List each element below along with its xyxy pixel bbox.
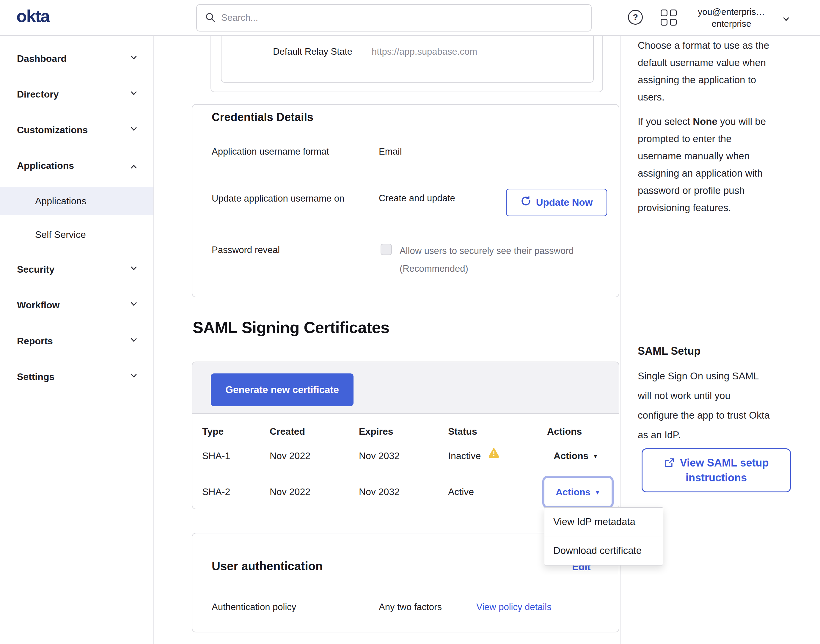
sidebar-item-reports[interactable]: Reports	[0, 327, 153, 355]
username-format-label: Application username format	[212, 145, 366, 158]
sso-settings-card: Default Relay State https://app.supabase…	[210, 35, 603, 92]
relay-state-label: Default Relay State	[222, 45, 353, 58]
help-text-bold: None	[693, 116, 717, 127]
sidebar-item-directory[interactable]: Directory	[0, 80, 153, 109]
search-icon	[205, 12, 216, 24]
actions-label: Actions	[556, 487, 590, 497]
chevron-down-icon	[129, 371, 138, 383]
help-text-part: If you select	[638, 116, 693, 127]
cert-expires: Nov 2032	[359, 449, 400, 462]
password-reveal-help: Allow users to securely see their passwo…	[400, 242, 574, 278]
search-input[interactable]	[221, 12, 583, 23]
top-header: okta ? you@enterpris… enterprise	[0, 0, 820, 36]
relay-state-value: https://app.supabase.com	[372, 45, 477, 58]
external-link-icon	[664, 457, 675, 468]
actions-dropdown-button[interactable]: Actions▼	[553, 449, 598, 464]
saml-setup-text: Single Sign On using SAML will not work …	[638, 366, 813, 445]
cert-expires: Nov 2032	[359, 485, 400, 498]
grid-square	[661, 19, 667, 26]
global-search[interactable]	[196, 4, 592, 32]
sidebar-subitem-self-service[interactable]: Self Service	[0, 220, 153, 249]
chevron-down-icon	[129, 299, 138, 311]
okta-admin-console: okta ? you@enterpris… enterprise D	[0, 0, 820, 644]
actions-menu: View IdP metadata Download certificate	[544, 507, 663, 566]
sidebar-subitem-label: Self Service	[35, 229, 86, 240]
update-username-label: Update application username on	[212, 190, 348, 207]
okta-logo: okta	[16, 6, 49, 26]
view-saml-setup-button[interactable]: View SAML setup instructions	[642, 448, 791, 492]
credentials-details-card: Credentials Details Application username…	[192, 104, 619, 297]
sidebar-item-security[interactable]: Security	[0, 255, 153, 284]
sidebar-subitem-applications[interactable]: Applications	[0, 187, 153, 215]
sidebar-item-label: Settings	[17, 371, 54, 382]
username-help-text: Choose a format to use as the default us…	[638, 37, 813, 106]
cert-type: SHA-1	[202, 449, 230, 462]
sidebar-item-label: Directory	[17, 89, 59, 100]
sidebar-item-label: Customizations	[17, 124, 88, 136]
username-help-text-2: If you select None you will be prompted …	[638, 113, 813, 216]
sidebar-item-label: Workflow	[17, 300, 60, 311]
auth-policy-value: Any two factors	[379, 601, 442, 614]
saml-setup-title: SAML Setup	[638, 345, 700, 357]
sidebar-item-applications[interactable]: Applications	[0, 151, 153, 180]
warning-icon	[489, 448, 499, 459]
sidebar-item-dashboard[interactable]: Dashboard	[0, 44, 153, 73]
col-header-expires: Expires	[359, 425, 393, 438]
update-now-label: Update Now	[536, 197, 593, 208]
grid-square	[670, 9, 677, 16]
username-format-value: Email	[379, 145, 402, 158]
user-auth-title: User authentication	[212, 559, 323, 573]
sidebar-item-label: Reports	[17, 336, 53, 347]
chevron-up-icon	[129, 159, 138, 172]
divider	[192, 438, 619, 438]
password-reveal-checkbox[interactable]	[380, 244, 392, 255]
col-header-type: Type	[202, 425, 224, 438]
refresh-icon	[521, 196, 531, 209]
certificates-card: Generate new certificate Type Created Ex…	[192, 362, 619, 509]
update-now-button[interactable]: Update Now	[506, 189, 607, 216]
grid-square	[670, 19, 677, 26]
auth-policy-label: Authentication policy	[212, 601, 296, 614]
chevron-down-icon	[129, 88, 138, 100]
password-reveal-label: Password reveal	[212, 244, 280, 257]
advanced-settings-box: Default Relay State https://app.supabase…	[221, 35, 594, 83]
view-policy-details-link[interactable]: View policy details	[476, 601, 552, 614]
account-email: you@enterpris…	[684, 6, 779, 18]
menu-item-download-certificate[interactable]: Download certificate	[544, 537, 663, 565]
credentials-title: Credentials Details	[212, 110, 313, 124]
cert-status: Inactive	[448, 449, 481, 462]
sidebar-item-customizations[interactable]: Customizations	[0, 116, 153, 144]
sidebar-nav: Dashboard Directory Customizations Appli…	[0, 36, 154, 644]
col-header-status: Status	[448, 425, 477, 438]
cert-type: SHA-2	[202, 485, 230, 498]
cert-created: Nov 2022	[270, 485, 310, 498]
actions-dropdown-button-focused[interactable]: Actions▼	[542, 476, 614, 508]
cert-status: Active	[448, 485, 474, 498]
sidebar-item-workflow[interactable]: Workflow	[0, 291, 153, 319]
col-header-created: Created	[270, 425, 305, 438]
menu-item-view-idp-metadata[interactable]: View IdP metadata	[544, 508, 663, 537]
account-org: enterprise	[684, 18, 779, 30]
app-switcher-icon[interactable]	[661, 9, 677, 26]
caret-down-icon: ▼	[595, 489, 600, 496]
col-header-actions: Actions	[547, 425, 582, 438]
grid-square	[661, 9, 667, 16]
account-menu[interactable]: you@enterpris… enterprise	[684, 6, 779, 30]
chevron-down-icon	[129, 264, 138, 275]
chevron-down-icon	[781, 14, 791, 25]
sidebar-item-label: Dashboard	[17, 53, 67, 64]
sidebar-item-label: Applications	[17, 160, 74, 171]
cert-created: Nov 2022	[270, 449, 310, 462]
sidebar-item-label: Security	[17, 264, 54, 275]
divider	[192, 473, 619, 473]
generate-certificate-button[interactable]: Generate new certificate	[211, 373, 354, 406]
page-title: SAML Signing Certificates	[193, 318, 389, 337]
help-icon[interactable]: ?	[628, 10, 643, 25]
update-username-value: Create and update	[379, 192, 455, 205]
actions-label: Actions	[553, 451, 589, 461]
chevron-down-icon	[129, 335, 138, 347]
sidebar-subitem-label: Applications	[35, 196, 86, 207]
sidebar-item-settings[interactable]: Settings	[0, 362, 153, 391]
chevron-down-icon	[129, 53, 138, 64]
caret-down-icon: ▼	[593, 450, 598, 463]
